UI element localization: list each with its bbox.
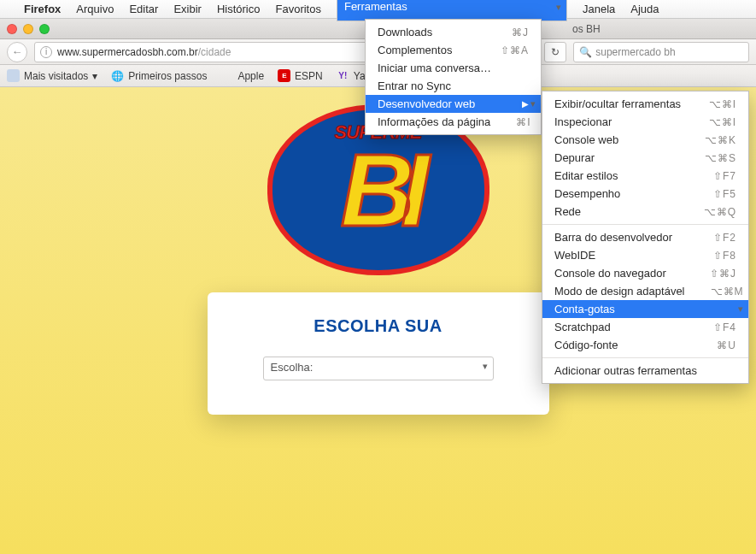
menu-item-toggle-tools[interactable]: Exibir/ocultar ferramentas⌥⌘I	[542, 95, 748, 113]
bookmark-label: ESPN	[295, 70, 323, 82]
back-button[interactable]: ←	[7, 42, 27, 62]
close-window-button[interactable]	[7, 24, 17, 34]
apple-icon	[220, 69, 233, 82]
menu-separator	[542, 224, 748, 225]
city-picker-card: ESCOLHA SUA Escolha:	[208, 292, 549, 415]
app-name[interactable]: Firefox	[24, 3, 61, 15]
menu-historico[interactable]: Histórico	[217, 3, 261, 15]
menu-item-design-adaptavel[interactable]: Modo de design adaptável⌥⌘M	[542, 282, 748, 300]
menu-item-rede[interactable]: Rede⌥⌘Q	[542, 203, 748, 221]
menu-item-adicionar-ferramentas[interactable]: Adicionar outras ferramentas	[542, 362, 748, 380]
bookmark-label: Primeiros passos	[128, 70, 207, 82]
menu-item-info-pagina[interactable]: Informações da página⌘I	[366, 113, 541, 131]
menu-janela[interactable]: Janela	[583, 3, 615, 15]
bookmark-most-visited[interactable]: Mais visitados ▾	[7, 69, 97, 82]
city-select[interactable]: Escolha:	[263, 357, 494, 380]
menu-ajuda[interactable]: Ajuda	[630, 3, 659, 15]
traffic-lights	[7, 24, 50, 34]
yahoo-icon: Y!	[337, 69, 349, 82]
menu-arquivo[interactable]: Arquivo	[76, 3, 114, 15]
reload-button[interactable]: ↻	[544, 42, 566, 62]
globe-icon	[111, 69, 124, 82]
url-text: www.supermercadosbh.com.br/cidade	[57, 46, 231, 58]
menu-item-editar-estilos[interactable]: Editar estilos⇧F7	[542, 167, 748, 185]
grid-icon	[7, 69, 20, 82]
bookmark-espn[interactable]: E ESPN	[278, 69, 323, 82]
ferramentas-menu: Downloads⌘J Complementos⇧⌘A Iniciar uma …	[365, 19, 542, 135]
menu-exibir[interactable]: Exibir	[173, 3, 202, 15]
menu-item-inspecionar[interactable]: Inspecionar⌥⌘I	[542, 113, 748, 131]
tab-title-fragment: os BH	[572, 23, 601, 35]
search-value: supermercado bh	[595, 46, 675, 58]
bookmark-primeiros-passos[interactable]: Primeiros passos	[111, 69, 207, 82]
menu-item-console-navegador[interactable]: Console do navegador⇧⌘J	[542, 264, 748, 282]
bookmark-apple[interactable]: Apple	[220, 69, 264, 82]
menu-item-console-web[interactable]: Console web⌥⌘K	[542, 131, 748, 149]
menu-item-scratchpad[interactable]: Scratchpad⇧F4	[542, 318, 748, 336]
menu-separator	[542, 357, 748, 358]
menu-item-barra-dev[interactable]: Barra do desenvolvedor⇧F2	[542, 228, 748, 246]
menu-favoritos[interactable]: Favoritos	[275, 3, 320, 15]
menu-item-desenvolvedor-web[interactable]: Desenvolvedor web▶	[366, 95, 541, 113]
minimize-window-button[interactable]	[23, 24, 33, 34]
zoom-window-button[interactable]	[39, 24, 50, 34]
menu-editar[interactable]: Editar	[129, 3, 158, 15]
menu-item-depurar[interactable]: Depurar⌥⌘S	[542, 149, 748, 167]
site-info-icon[interactable]: i	[40, 46, 52, 58]
menu-item-desempenho[interactable]: Desempenho⇧F5	[542, 185, 748, 203]
menu-item-codigo-fonte[interactable]: Código-fonte⌘U	[542, 336, 748, 354]
macos-menubar: Firefox Arquivo Editar Exibir Histórico …	[0, 0, 756, 19]
desenvolvedor-web-submenu: Exibir/ocultar ferramentas⌥⌘I Inspeciona…	[542, 91, 749, 384]
chevron-down-icon: ▾	[92, 70, 97, 82]
menu-item-entrar-sync[interactable]: Entrar no Sync	[366, 77, 541, 95]
espn-icon: E	[278, 69, 290, 82]
bookmark-label: Apple	[237, 70, 264, 82]
search-icon: 🔍	[579, 46, 592, 58]
card-heading: ESCOLHA SUA	[225, 316, 532, 336]
menu-item-webide[interactable]: WebIDE⇧F8	[542, 246, 748, 264]
search-box[interactable]: 🔍 supermercado bh	[573, 42, 749, 62]
menu-item-conta-gotas[interactable]: Conta-gotas	[542, 300, 748, 318]
bookmark-label: Mais visitados	[24, 70, 88, 82]
menu-ferramentas[interactable]: Ferramentas	[337, 0, 567, 21]
menu-item-iniciar-conversa[interactable]: Iniciar uma conversa…	[366, 59, 541, 77]
menu-item-complementos[interactable]: Complementos⇧⌘A	[366, 41, 541, 59]
submenu-arrow-icon: ▶	[522, 99, 529, 109]
logo-main-text: BI	[267, 138, 489, 241]
menu-item-downloads[interactable]: Downloads⌘J	[366, 23, 541, 41]
